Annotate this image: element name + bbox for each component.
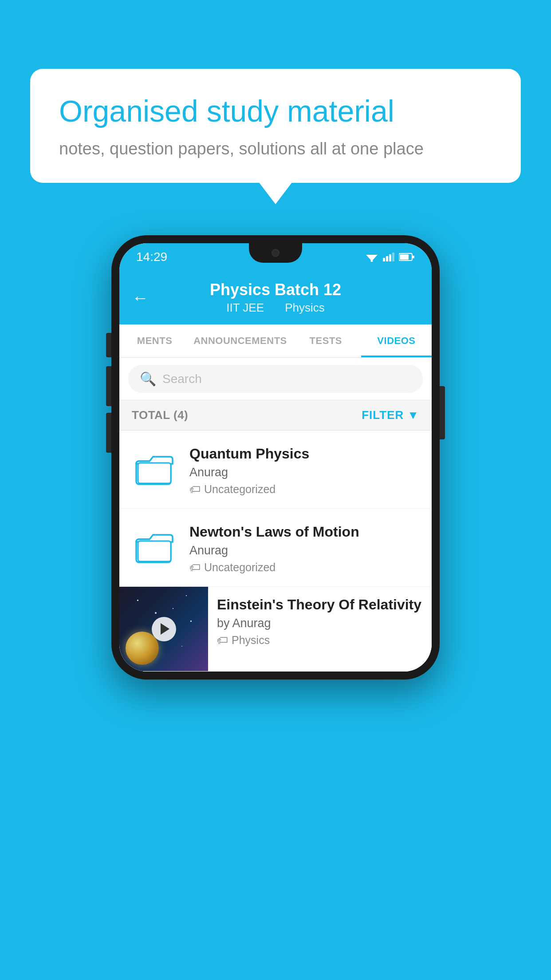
filter-bar: TOTAL (4) FILTER ▼: [119, 400, 432, 431]
tag-label-3: Physics: [232, 634, 270, 647]
svg-rect-11: [138, 463, 171, 483]
list-item[interactable]: Einstein's Theory Of Relativity by Anura…: [119, 587, 432, 672]
video-author-3: by Anurag: [217, 616, 423, 630]
tabs-bar: MENTS ANNOUNCEMENTS TESTS VIDEOS: [119, 324, 432, 358]
header-title: Physics Batch 12: [210, 281, 341, 299]
folder-icon: [134, 528, 174, 563]
svg-rect-8: [400, 254, 409, 260]
total-count: TOTAL (4): [132, 408, 188, 422]
search-icon: 🔍: [140, 371, 156, 387]
side-button-3: [106, 413, 111, 453]
phone-mockup: 14:29: [111, 235, 440, 680]
list-item[interactable]: Quantum Physics Anurag 🏷 Uncategorized: [119, 431, 432, 509]
star: [181, 646, 182, 647]
play-triangle-icon: [161, 623, 169, 635]
video-title-2: Newton's Laws of Motion: [189, 524, 421, 540]
wifi-icon: [365, 252, 378, 262]
video-info-3: Einstein's Theory Of Relativity by Anura…: [208, 587, 432, 656]
speech-bubble: Organised study material notes, question…: [30, 69, 521, 183]
video-title-3: Einstein's Theory Of Relativity: [217, 597, 423, 613]
svg-rect-5: [389, 254, 391, 261]
tag-label-1: Uncategorized: [204, 483, 276, 496]
star: [155, 612, 157, 614]
video-list: Quantum Physics Anurag 🏷 Uncategorized: [119, 431, 432, 672]
bubble-subtitle: notes, question papers, solutions all at…: [59, 139, 492, 158]
status-icons: [365, 252, 415, 262]
battery-icon: [399, 253, 415, 261]
back-button[interactable]: ←: [132, 288, 149, 307]
bubble-title: Organised study material: [59, 93, 492, 130]
star: [173, 608, 173, 609]
svg-rect-6: [392, 253, 394, 261]
tab-announcements[interactable]: ANNOUNCEMENTS: [190, 324, 291, 357]
folder-icon: [134, 450, 174, 485]
filter-button[interactable]: FILTER ▼: [362, 408, 419, 422]
notch: [249, 243, 302, 263]
status-time: 14:29: [136, 250, 167, 264]
tag-icon-3: 🏷: [217, 634, 228, 647]
star: [186, 595, 187, 596]
video-thumb-2: [130, 521, 179, 570]
video-author-1: Anurag: [189, 466, 421, 479]
camera-dot: [272, 249, 279, 257]
app-header: ← Physics Batch 12 IIT JEE Physics: [119, 271, 432, 324]
tag-icon-1: 🏷: [189, 483, 201, 496]
video-thumbnail: [119, 587, 208, 671]
svg-rect-13: [138, 541, 171, 561]
video-info-1: Quantum Physics Anurag 🏷 Uncategorized: [189, 443, 421, 496]
star: [137, 600, 138, 601]
side-button-2: [106, 366, 111, 406]
list-item[interactable]: Newton's Laws of Motion Anurag 🏷 Uncateg…: [119, 509, 432, 587]
search-bar: 🔍 Search: [119, 358, 432, 400]
header-subtitle-part2: Physics: [285, 301, 325, 314]
play-button[interactable]: [152, 617, 176, 641]
star: [190, 620, 192, 622]
filter-label: FILTER: [362, 408, 404, 422]
svg-rect-4: [386, 256, 388, 261]
video-thumb-1: [130, 443, 179, 492]
search-input-wrap[interactable]: 🔍 Search: [128, 365, 423, 393]
video-tag-2: 🏷 Uncategorized: [189, 561, 421, 574]
header-subtitle: IIT JEE Physics: [222, 301, 329, 315]
signal-icon: [383, 253, 394, 261]
app-background: Organised study material notes, question…: [0, 0, 551, 980]
svg-rect-9: [413, 256, 414, 258]
tag-icon-2: 🏷: [189, 561, 201, 574]
speech-bubble-container: Organised study material notes, question…: [30, 69, 521, 183]
video-tag-1: 🏷 Uncategorized: [189, 483, 421, 496]
phone-outer: 14:29: [111, 235, 440, 680]
video-tag-3: 🏷 Physics: [217, 634, 423, 647]
search-placeholder: Search: [162, 372, 202, 386]
video-title-1: Quantum Physics: [189, 446, 421, 462]
phone-screen: 14:29: [119, 243, 432, 672]
video-info-2: Newton's Laws of Motion Anurag 🏷 Uncateg…: [189, 521, 421, 574]
filter-icon: ▼: [407, 408, 419, 422]
side-button-right: [440, 386, 445, 439]
svg-point-2: [371, 260, 373, 262]
header-subtitle-part1: IIT JEE: [226, 301, 264, 314]
tab-videos[interactable]: VIDEOS: [361, 324, 432, 357]
tab-tests[interactable]: TESTS: [291, 324, 361, 357]
video-author-2: Anurag: [189, 544, 421, 557]
svg-rect-3: [383, 258, 385, 261]
tag-label-2: Uncategorized: [204, 561, 276, 574]
status-bar: 14:29: [119, 243, 432, 271]
side-button-1: [106, 333, 111, 357]
tab-ments[interactable]: MENTS: [119, 324, 190, 357]
